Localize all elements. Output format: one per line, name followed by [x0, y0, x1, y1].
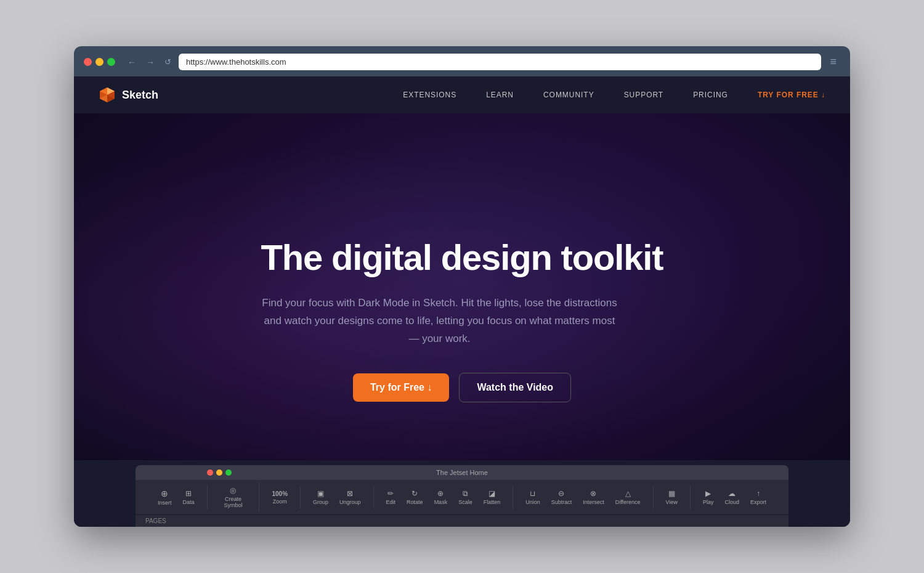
traffic-lights: [84, 58, 115, 66]
scale-icon: ⧉: [463, 489, 468, 498]
mask-icon: ⊕: [437, 489, 444, 498]
website-content: Sketch EXTENSIONS LEARN COMMUNITY SUPPOR…: [74, 76, 850, 527]
toolbar-union[interactable]: ⊔ Union: [521, 488, 545, 506]
difference-label: Difference: [615, 499, 641, 505]
toolbar-difference[interactable]: △ Difference: [610, 488, 646, 506]
subtract-icon: ⊖: [558, 489, 564, 498]
group-icon: ▣: [317, 489, 324, 498]
toolbar-play[interactable]: ▶ Play: [698, 488, 719, 506]
forward-button[interactable]: →: [144, 56, 157, 68]
sketch-brand-name: Sketch: [122, 89, 158, 102]
hero-buttons: Try for Free ↓ Watch the Video: [261, 373, 663, 402]
toolbar-group-symbol: ◎ Create Symbol: [208, 482, 260, 512]
watch-video-button[interactable]: Watch the Video: [459, 373, 571, 402]
toolbar-group-actions: ▶ Play ☁ Cloud ↑ Export: [691, 486, 779, 509]
toolbar-view[interactable]: ▦ View: [661, 488, 683, 506]
browser-chrome: ← → ↺ ≡: [74, 46, 850, 76]
intersect-label: Intersect: [583, 499, 604, 505]
ungroup-icon: ⊠: [347, 489, 353, 498]
sketch-app-tl-yellow: [216, 469, 222, 476]
play-icon: ▶: [705, 489, 711, 498]
zoom-icon: 100%: [272, 490, 288, 497]
hero-content: The digital design toolkit Find your foc…: [261, 238, 663, 402]
rotate-icon: ↻: [411, 489, 418, 498]
toolbar-export[interactable]: ↑ Export: [745, 488, 771, 506]
sketch-logo-icon: [99, 86, 116, 104]
export-label: Export: [750, 499, 766, 505]
data-icon: ⊞: [185, 489, 192, 498]
export-icon: ↑: [756, 489, 760, 498]
try-for-free-button[interactable]: Try for Free ↓: [353, 373, 449, 402]
cloud-label: Cloud: [724, 499, 739, 505]
rotate-label: Rotate: [407, 499, 423, 505]
toolbar-ungroup[interactable]: ⊠ Ungroup: [334, 488, 366, 506]
refresh-button[interactable]: ↺: [162, 56, 174, 68]
nav-learn[interactable]: LEARN: [486, 91, 514, 99]
flatten-icon: ◪: [488, 489, 495, 498]
group-label: Group: [313, 499, 328, 505]
traffic-light-yellow[interactable]: [95, 58, 103, 66]
symbol-icon: ◎: [230, 486, 236, 495]
nav-pricing[interactable]: PRICING: [693, 91, 728, 99]
sketch-app-tl-green: [225, 469, 232, 476]
toolbar-group-zoom: 100% Zoom: [259, 487, 301, 508]
toolbar-data[interactable]: ⊞ Data: [178, 488, 200, 506]
toolbar-group-boolean: ⊔ Union ⊖ Subtract ⊗ Intersect: [513, 486, 653, 509]
nav-links: EXTENSIONS LEARN COMMUNITY SUPPORT PRICI…: [403, 91, 825, 99]
toolbar-zoom[interactable]: 100% Zoom: [267, 489, 293, 506]
zoom-label: Zoom: [273, 498, 287, 505]
sketch-app-tl-red: [207, 469, 213, 476]
sketch-app-mockup: The Jetset Home ⊕ Insert ⊞ Data: [74, 460, 850, 527]
hero-section: The digital design toolkit Find your foc…: [74, 113, 850, 527]
view-label: View: [666, 499, 678, 505]
nav-support[interactable]: SUPPORT: [624, 91, 664, 99]
mask-label: Mask: [434, 499, 448, 505]
data-label: Data: [183, 499, 195, 505]
sketch-app-toolbar: ⊕ Insert ⊞ Data ◎ Create Symbol: [136, 480, 788, 515]
sketch-app-traffic-lights: [207, 469, 232, 476]
nav-community[interactable]: COMMUNITY: [543, 91, 594, 99]
toolbar-edit[interactable]: ✏ Edit: [381, 488, 401, 506]
browser-nav: ← → ↺ ≡: [125, 54, 840, 70]
sketch-app-title: The Jetset Home: [436, 469, 488, 476]
intersect-icon: ⊗: [590, 489, 596, 498]
sketch-nav: Sketch EXTENSIONS LEARN COMMUNITY SUPPOR…: [74, 76, 850, 113]
browser-menu-button[interactable]: ≡: [826, 54, 840, 70]
sketch-logo: Sketch: [99, 86, 158, 104]
hero-title: The digital design toolkit: [261, 238, 663, 277]
symbol-label: Create Symbol: [220, 496, 247, 508]
subtract-label: Subtract: [551, 499, 572, 505]
toolbar-rotate[interactable]: ↻ Rotate: [402, 488, 428, 506]
toolbar-insert[interactable]: ⊕ Insert: [153, 487, 177, 507]
toolbar-flatten[interactable]: ◪ Flatten: [479, 488, 506, 506]
edit-icon: ✏: [387, 489, 394, 498]
toolbar-intersect[interactable]: ⊗ Intersect: [578, 488, 609, 506]
ungroup-label: Ungroup: [339, 499, 361, 505]
address-bar[interactable]: [179, 54, 821, 70]
toolbar-subtract[interactable]: ⊖ Subtract: [546, 488, 577, 506]
scale-label: Scale: [458, 499, 472, 505]
toolbar-group-insert: ⊕ Insert ⊞ Data: [145, 485, 208, 510]
toolbar-cloud[interactable]: ☁ Cloud: [719, 488, 744, 506]
toolbar-group-view: ▦ View: [654, 486, 691, 509]
traffic-light-green[interactable]: [107, 58, 115, 66]
nav-cta[interactable]: TRY FOR FREE ↓: [758, 91, 825, 99]
hero-subtitle: Find your focus with Dark Mode in Sketch…: [261, 295, 618, 348]
difference-icon: △: [625, 489, 631, 498]
sketch-app-window: The Jetset Home ⊕ Insert ⊞ Data: [136, 465, 788, 527]
traffic-light-red[interactable]: [84, 58, 92, 66]
toolbar-mask[interactable]: ⊕ Mask: [429, 488, 453, 506]
toolbar-group-group: ▣ Group ⊠ Ungroup: [301, 486, 374, 509]
flatten-label: Flatten: [484, 499, 501, 505]
toolbar-create-symbol[interactable]: ◎ Create Symbol: [215, 485, 252, 510]
play-label: Play: [703, 499, 714, 505]
toolbar-scale[interactable]: ⧉ Scale: [453, 488, 477, 506]
sketch-app-titlebar: The Jetset Home: [136, 465, 788, 480]
toolbar-group-btn[interactable]: ▣ Group: [308, 488, 333, 506]
back-button[interactable]: ←: [125, 56, 139, 68]
view-icon: ▦: [668, 489, 675, 498]
nav-extensions[interactable]: EXTENSIONS: [403, 91, 456, 99]
browser-titlebar: ← → ↺ ≡: [84, 54, 840, 70]
pages-label: PAGES: [145, 518, 166, 524]
insert-icon: ⊕: [161, 489, 168, 498]
